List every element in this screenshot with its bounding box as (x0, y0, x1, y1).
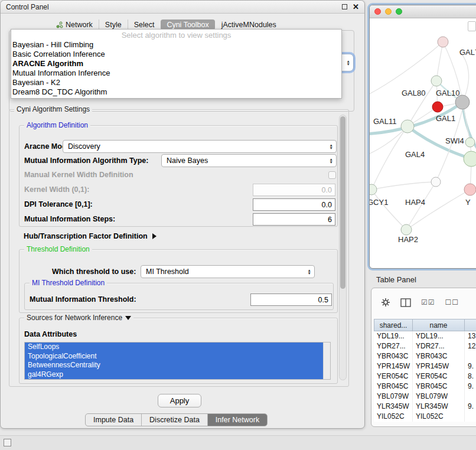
table-row[interactable]: YDL19...YDL19...13 (374, 331, 476, 341)
table-column-header[interactable] (465, 319, 476, 331)
settings-scrollbar[interactable] (339, 115, 347, 380)
table-header-row: shared...name (374, 319, 476, 331)
mi-threshold-field[interactable] (250, 294, 332, 306)
clear-all-checks-icon[interactable]: ☐☐ (445, 298, 459, 306)
algorithm-option[interactable]: Bayesian - Hill Climbing (11, 40, 341, 50)
network-node[interactable] (401, 120, 414, 133)
table-cell[interactable]: YBR043C (413, 351, 465, 361)
table-cell[interactable]: 9. (465, 402, 476, 412)
table-cell[interactable]: YBL079W (374, 392, 413, 402)
algorithm-option[interactable]: Mutual Information Inference (11, 69, 341, 78)
table-cell[interactable] (465, 412, 476, 422)
table-row[interactable]: YIL052CYIL052C (374, 412, 476, 422)
table-cell[interactable]: YDL19... (374, 331, 413, 341)
algorithm-option[interactable]: Dream8 DC_TDC Algorithm (11, 87, 341, 97)
table-cell[interactable]: YPR145W (374, 361, 413, 371)
data-attribute-item[interactable]: gal4RGexp (25, 370, 323, 380)
network-node[interactable] (401, 224, 412, 235)
table-row[interactable]: YDR27...YDR27...12 (374, 341, 476, 351)
network-node[interactable] (464, 184, 476, 195)
table-row[interactable]: YER054CYER054C8. (374, 371, 476, 381)
tab-cyni-toolbox[interactable]: Cyni Toolbox (161, 19, 214, 30)
network-node[interactable] (432, 102, 443, 112)
columns-icon[interactable] (400, 298, 411, 307)
tab-jactivemodules[interactable]: jActiveMNodules (216, 19, 282, 30)
threshold-select[interactable]: MI Threshold ▲▼ (141, 265, 315, 278)
table-cell[interactable]: 8. (465, 371, 476, 381)
data-attribute-item[interactable]: BetweennessCentrality (25, 361, 323, 370)
table-cell[interactable]: YLR345W (413, 402, 465, 412)
scrollbar-thumb[interactable] (340, 116, 345, 289)
table-row[interactable]: YPR145WYPR145W9. (374, 361, 476, 371)
tab-style[interactable]: Style (99, 19, 128, 30)
tab-impute-data[interactable]: Impute Data (86, 414, 141, 426)
table-cell[interactable] (465, 351, 476, 361)
tab-infer-network[interactable]: Infer Network (207, 414, 267, 426)
table-cell[interactable]: YER054C (374, 371, 413, 381)
aracne-mode-select[interactable]: Discovery ▲▼ (63, 140, 337, 153)
table-cell[interactable]: YBL079W (413, 392, 465, 402)
hub-definition-expander[interactable]: Hub/Transcription Factor Definition (24, 230, 157, 242)
node-label: GAL10 (436, 89, 459, 97)
table-cell[interactable]: 9. (465, 381, 476, 392)
network-node[interactable] (431, 177, 441, 187)
threshold-definition-title: Threshold Definition (24, 245, 92, 253)
table-cell[interactable]: YIL052C (374, 412, 413, 422)
table-cell[interactable] (465, 392, 476, 402)
tab-network[interactable]: Network (50, 19, 99, 30)
table-cell[interactable]: YDL19... (413, 331, 465, 341)
table-column-header[interactable]: shared... (374, 319, 413, 331)
tab-select[interactable]: Select (128, 19, 161, 30)
apply-button[interactable]: Apply (158, 394, 201, 407)
tab-label: Style (105, 21, 122, 29)
table-cell[interactable]: YBR043C (374, 351, 413, 361)
gear-icon[interactable] (381, 298, 390, 307)
data-attribute-item[interactable]: TopologicalCoefficient (25, 352, 323, 361)
table-cell[interactable]: 9. (465, 361, 476, 371)
float-panel-icon[interactable] (4, 439, 11, 446)
float-window-icon[interactable] (342, 4, 347, 9)
network-scrollbar[interactable] (468, 21, 476, 31)
table-row[interactable]: YLR345WYLR345W9. (374, 402, 476, 412)
mi-threshold-group-title: MI Threshold Definition (30, 279, 107, 287)
algorithm-option[interactable]: Bayesian - K2 (11, 78, 341, 87)
manual-kernel-checkbox[interactable] (328, 171, 336, 179)
data-attribute-item[interactable]: SelfLoops (25, 343, 323, 352)
manual-kernel-label: Manual Kernel Width Definition (24, 168, 133, 181)
sources-group-title[interactable]: Sources for Network Inference (24, 314, 133, 322)
kernel-width-field[interactable] (253, 184, 335, 196)
network-node[interactable] (370, 184, 377, 195)
network-node[interactable] (438, 37, 448, 47)
table-cell[interactable]: YDR27... (413, 341, 465, 351)
table-cell[interactable]: YBR045C (413, 381, 465, 392)
list-scrollbar[interactable] (323, 343, 330, 379)
table-row[interactable]: YBL079WYBL079W (374, 392, 476, 402)
network-node[interactable] (431, 76, 442, 86)
network-canvas[interactable]: GAL7GAL80GAL10GAL11GAL1SWI4GAL4GCY1HAP4Y… (370, 5, 476, 269)
table-cell[interactable]: YER054C (413, 371, 465, 381)
mi-steps-field[interactable] (253, 213, 335, 226)
close-icon[interactable]: ✕ (353, 4, 359, 10)
window-minimize-button[interactable] (385, 8, 392, 15)
table-row[interactable]: YBR043CYBR043C (374, 351, 476, 361)
table-cell[interactable]: YPR145W (413, 361, 465, 371)
algorithm-option[interactable]: ARACNE Algorithm (11, 59, 341, 69)
table-column-header[interactable]: name (413, 319, 465, 331)
table-row[interactable]: YBR045CYBR045C9. (374, 381, 476, 392)
table-cell[interactable]: 13 (465, 331, 476, 341)
network-window-titlebar[interactable] (370, 5, 476, 18)
algorithm-option[interactable]: Basic Correlation Inference (11, 50, 341, 59)
window-close-button[interactable] (374, 8, 381, 15)
mi-type-select[interactable]: Naive Bayes ▲▼ (161, 154, 337, 167)
dpi-tolerance-field[interactable] (253, 198, 335, 211)
table-cell[interactable]: YLR345W (374, 402, 413, 412)
table-cell[interactable]: 12 (465, 341, 476, 351)
window-zoom-button[interactable] (396, 8, 402, 15)
table-cell[interactable]: YBR045C (374, 381, 413, 392)
table-cell[interactable]: YDR27... (374, 341, 413, 351)
table-cell[interactable]: YIL052C (413, 412, 465, 422)
network-node[interactable] (465, 138, 475, 147)
network-node[interactable] (464, 151, 476, 167)
tab-discretize-data[interactable]: Discretize Data (141, 414, 207, 426)
select-all-checks-icon[interactable]: ☑☑ (421, 298, 435, 306)
